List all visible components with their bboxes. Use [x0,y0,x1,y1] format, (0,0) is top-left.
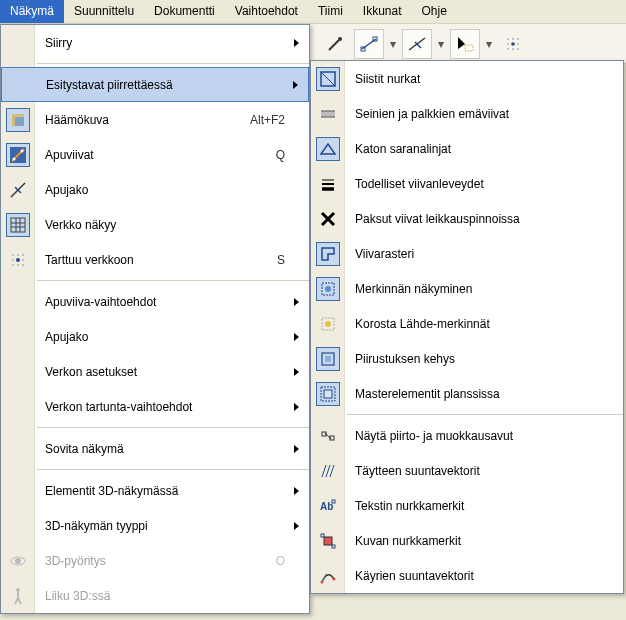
menu-suunnittelu[interactable]: Suunnittelu [64,0,144,23]
menu-item-elementit-3d[interactable]: Elementit 3D-näkymässä [1,473,309,508]
snap-grid-icon [504,35,522,53]
menu-label: Apujako [45,330,285,344]
menu-separator [37,469,309,470]
submenu-item-merkinnan[interactable]: Merkinnän näkyminen [311,271,623,306]
svg-rect-74 [321,534,324,537]
submenu-arrow-icon [293,81,298,89]
submenu-arrow-icon [294,445,299,453]
clean-corners-icon [316,67,340,91]
ghost-icon [6,108,30,132]
svg-point-56 [325,286,331,292]
menu-nakyma[interactable]: Näkymä [0,0,64,23]
menu-item-verkon-tartunta[interactable]: Verkon tartunta-vaihtoehdot [1,389,309,424]
menu-item-apujako[interactable]: Apujako [1,172,309,207]
esitystavat-submenu: Siistit nurkat Seinien ja palkkien emävi… [310,60,624,594]
submenu-item-katon[interactable]: Katon saranalinjat [311,131,623,166]
tool-snap-b[interactable] [402,29,432,59]
view-menu-dropdown: Siirry Esitystavat piirrettäessä Häämöku… [0,24,310,614]
menu-dokumentti[interactable]: Dokumentti [144,0,225,23]
submenu-item-masterelementit[interactable]: Masterelementit planssissa [311,376,623,411]
svg-line-44 [18,598,21,604]
drawing-frame-icon [316,347,340,371]
menu-vaihtoehdot[interactable]: Vaihtoehdot [225,0,308,23]
svg-line-69 [326,465,330,477]
menu-separator [37,427,309,428]
submenu-label: Viivarasteri [355,247,414,261]
svg-rect-7 [465,45,473,51]
submenu-arrow-icon [294,522,299,530]
menu-item-apuviiva-vaihtoehdot[interactable]: Apuviiva-vaihtoehdot [1,284,309,319]
submenu-item-kuvan[interactable]: Kuvan nurkkamerkit [311,523,623,558]
menu-tiimi[interactable]: Tiimi [308,0,353,23]
orbit-icon [6,549,30,573]
svg-point-22 [21,149,24,152]
svg-point-32 [22,254,24,256]
tool-snap-grid[interactable] [498,29,528,59]
svg-line-78 [322,574,326,582]
svg-rect-47 [321,111,335,117]
tool-dropdown-3[interactable]: ▾ [484,29,494,59]
submenu-arrow-icon [294,487,299,495]
submenu-item-paksut[interactable]: Paksut viivat leikkauspinnoissa [311,201,623,236]
svg-rect-73 [324,537,332,545]
menu-ohje[interactable]: Ohje [412,0,457,23]
roof-hinge-icon [316,137,340,161]
svg-point-10 [517,38,519,40]
menu-item-siirry[interactable]: Siirry [1,25,309,60]
tool-dropdown-2[interactable]: ▾ [436,29,446,59]
submenu-item-todelliset[interactable]: Todelliset viivanleveydet [311,166,623,201]
menu-ikkunat[interactable]: Ikkunat [353,0,412,23]
menu-item-3d-tyyppi[interactable]: 3D-näkymän tyyppi [1,508,309,543]
cursor-grid-icon [455,35,475,53]
fill-vectors-icon [316,459,340,483]
text-handles-icon: Ab [316,494,340,518]
submenu-item-viivarasteri[interactable]: Viivarasteri [311,236,623,271]
menu-item-haamokuva[interactable]: Häämökuva Alt+F2 [1,102,309,137]
menu-label: Apuviivat [45,148,266,162]
svg-point-30 [12,254,14,256]
submenu-label: Korosta Lähde-merkinnät [355,317,490,331]
svg-point-33 [12,259,14,261]
menu-item-apuviivat[interactable]: Apuviivat Q [1,137,309,172]
submenu-label: Kuvan nurkkamerkit [355,534,461,548]
menu-item-verkon-asetukset[interactable]: Verkon asetukset [1,354,309,389]
highlight-source-icon [316,312,340,336]
submenu-label: Paksut viivat leikkauspinnoissa [355,212,520,226]
submenu-label: Piirustuksen kehys [355,352,455,366]
submenu-item-seinien[interactable]: Seinien ja palkkien emäviivat [311,96,623,131]
submenu-item-tekstin[interactable]: Ab Tekstin nurkkamerkit [311,488,623,523]
tool-cursor-grid[interactable] [450,29,480,59]
svg-point-15 [512,48,514,50]
menu-separator [37,280,309,281]
submenu-label: Katon saranalinjat [355,142,451,156]
svg-line-0 [329,40,339,50]
svg-rect-75 [332,545,335,548]
marker-visibility-icon [316,277,340,301]
master-items-icon [316,382,340,406]
tool-snap-a[interactable] [354,29,384,59]
svg-point-1 [338,37,342,41]
menu-item-verkko-nakyy[interactable]: Verkko näkyy [1,207,309,242]
submenu-item-kayrien[interactable]: Käyrien suuntavektorit [311,558,623,593]
tool-eyedropper[interactable] [320,29,350,59]
submenu-item-nayta-piirto[interactable]: Näytä piirto- ja muokkausavut [311,418,623,453]
submenu-item-taytteen[interactable]: Täytteen suuntavektorit [311,453,623,488]
tool-dropdown-1[interactable]: ▾ [388,29,398,59]
menu-item-apujako-2[interactable]: Apujako [1,319,309,354]
submenu-separator [347,414,623,415]
menu-item-tarttuu-verkkoon[interactable]: Tarttuu verkkoon S [1,242,309,277]
menu-item-sovita-nakyma[interactable]: Sovita näkymä [1,431,309,466]
guidelines-icon [6,143,30,167]
submenu-item-korosta[interactable]: Korosta Lähde-merkinnät [311,306,623,341]
submenu-item-siistit-nurkat[interactable]: Siistit nurkat [311,61,623,96]
submenu-label: Masterelementit planssissa [355,387,500,401]
menu-label: Sovita näkymä [45,442,285,456]
submenu-item-piirustuksen[interactable]: Piirustuksen kehys [311,341,623,376]
menu-item-esitystavat[interactable]: Esitystavat piirrettäessä [1,67,309,102]
submenu-label: Tekstin nurkkamerkit [355,499,464,513]
svg-point-11 [507,43,509,45]
svg-point-37 [22,264,24,266]
submenu-arrow-icon [294,368,299,376]
svg-rect-72 [332,500,335,503]
menu-label: Esitystavat piirrettäessä [46,78,284,92]
